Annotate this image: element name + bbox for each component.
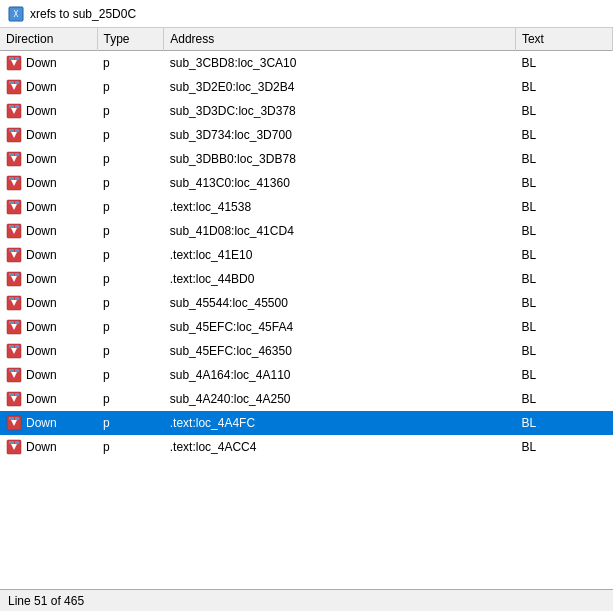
table-row[interactable]: Downpsub_41D08:loc_41CD4BL — [0, 219, 613, 243]
table-row[interactable]: Downpsub_45EFC:loc_46350BL — [0, 339, 613, 363]
table-row[interactable]: Downpsub_4A164:loc_4A110BL — [0, 363, 613, 387]
cell-address: sub_45EFC:loc_46350 — [164, 339, 516, 363]
cell-type: p — [97, 387, 164, 411]
cell-address: .text:loc_44BD0 — [164, 267, 516, 291]
title-bar: X xrefs to sub_25D0C — [0, 0, 613, 28]
down-arrow-icon — [6, 439, 22, 455]
down-arrow-icon — [6, 223, 22, 239]
cell-text: BL — [515, 315, 612, 339]
cell-text: BL — [515, 219, 612, 243]
cell-text: BL — [515, 99, 612, 123]
svg-rect-32 — [9, 225, 14, 228]
svg-rect-33 — [15, 225, 19, 228]
cell-text: BL — [515, 411, 612, 435]
svg-rect-69 — [15, 441, 19, 444]
table-row[interactable]: Downp.text:loc_4A4FCBL — [0, 411, 613, 435]
table-row[interactable]: Downpsub_3D2E0:loc_3D2B4BL — [0, 75, 613, 99]
cell-direction: Down — [0, 243, 97, 267]
svg-rect-24 — [9, 177, 14, 180]
svg-rect-68 — [9, 441, 14, 444]
cell-address: sub_4A164:loc_4A110 — [164, 363, 516, 387]
cell-address: sub_3D3DC:loc_3D378 — [164, 99, 516, 123]
cell-direction: Down — [0, 75, 97, 99]
svg-rect-28 — [9, 201, 14, 204]
cell-address: .text:loc_41538 — [164, 195, 516, 219]
svg-rect-52 — [9, 345, 14, 348]
down-arrow-icon — [6, 271, 22, 287]
cell-type: p — [97, 123, 164, 147]
svg-rect-41 — [15, 273, 19, 276]
cell-type: p — [97, 435, 164, 459]
svg-rect-13 — [15, 105, 19, 108]
cell-text: BL — [515, 291, 612, 315]
table-row[interactable]: Downp.text:loc_44BD0BL — [0, 267, 613, 291]
cell-address: sub_3D734:loc_3D700 — [164, 123, 516, 147]
table-row[interactable]: Downpsub_413C0:loc_41360BL — [0, 171, 613, 195]
cell-text: BL — [515, 363, 612, 387]
down-arrow-icon — [6, 151, 22, 167]
svg-rect-56 — [9, 369, 14, 372]
svg-rect-9 — [15, 81, 19, 84]
xrefs-table: Direction Type Address Text — [0, 28, 613, 459]
cell-address: .text:loc_4A4FC — [164, 411, 516, 435]
cell-direction: Down — [0, 267, 97, 291]
table-row[interactable]: Downpsub_4A240:loc_4A250BL — [0, 387, 613, 411]
svg-rect-48 — [9, 321, 14, 324]
cell-address: sub_45EFC:loc_45FA4 — [164, 315, 516, 339]
table-row[interactable]: Downpsub_45544:loc_45500BL — [0, 291, 613, 315]
cell-type: p — [97, 171, 164, 195]
col-header-text: Text — [515, 28, 612, 51]
cell-address: sub_45544:loc_45500 — [164, 291, 516, 315]
cell-text: BL — [515, 123, 612, 147]
cell-text: BL — [515, 435, 612, 459]
down-arrow-icon — [6, 391, 22, 407]
cell-address: sub_3DBB0:loc_3DB78 — [164, 147, 516, 171]
cell-type: p — [97, 411, 164, 435]
table-row[interactable]: Downp.text:loc_41538BL — [0, 195, 613, 219]
down-arrow-icon — [6, 247, 22, 263]
cell-address: .text:loc_41E10 — [164, 243, 516, 267]
cell-type: p — [97, 267, 164, 291]
status-bar: Line 51 of 465 — [0, 589, 613, 611]
cell-type: p — [97, 195, 164, 219]
table-row[interactable]: Downpsub_3DBB0:loc_3DB78BL — [0, 147, 613, 171]
svg-rect-36 — [9, 249, 14, 252]
table-row[interactable]: Downp.text:loc_4ACC4BL — [0, 435, 613, 459]
cell-type: p — [97, 147, 164, 171]
cell-type: p — [97, 75, 164, 99]
svg-rect-20 — [9, 153, 14, 156]
cell-direction: Down — [0, 387, 97, 411]
down-arrow-icon — [6, 319, 22, 335]
table-row[interactable]: Downpsub_3D734:loc_3D700BL — [0, 123, 613, 147]
svg-rect-25 — [15, 177, 19, 180]
table-row[interactable]: Downpsub_3D3DC:loc_3D378BL — [0, 99, 613, 123]
table-row[interactable]: Downpsub_3CBD8:loc_3CA10BL — [0, 51, 613, 75]
cell-text: BL — [515, 195, 612, 219]
col-header-direction: Direction — [0, 28, 97, 51]
cell-text: BL — [515, 75, 612, 99]
cell-direction: Down — [0, 339, 97, 363]
svg-rect-37 — [15, 249, 19, 252]
cell-address: sub_41D08:loc_41CD4 — [164, 219, 516, 243]
cell-type: p — [97, 339, 164, 363]
down-arrow-icon — [6, 295, 22, 311]
down-arrow-icon — [6, 127, 22, 143]
down-arrow-icon — [6, 199, 22, 215]
table-row[interactable]: Downp.text:loc_41E10BL — [0, 243, 613, 267]
cell-address: .text:loc_4ACC4 — [164, 435, 516, 459]
svg-rect-21 — [15, 153, 19, 156]
cell-type: p — [97, 243, 164, 267]
svg-rect-8 — [9, 81, 14, 84]
cell-direction: Down — [0, 219, 97, 243]
cell-direction: Down — [0, 411, 97, 435]
col-header-type: Type — [97, 28, 164, 51]
table-row[interactable]: Downpsub_45EFC:loc_45FA4BL — [0, 315, 613, 339]
cell-text: BL — [515, 171, 612, 195]
cell-text: BL — [515, 147, 612, 171]
cell-direction: Down — [0, 435, 97, 459]
svg-rect-53 — [15, 345, 19, 348]
xrefs-table-container[interactable]: Direction Type Address Text — [0, 28, 613, 589]
cell-text: BL — [515, 267, 612, 291]
cell-text: BL — [515, 51, 612, 75]
status-text: Line 51 of 465 — [8, 594, 84, 608]
